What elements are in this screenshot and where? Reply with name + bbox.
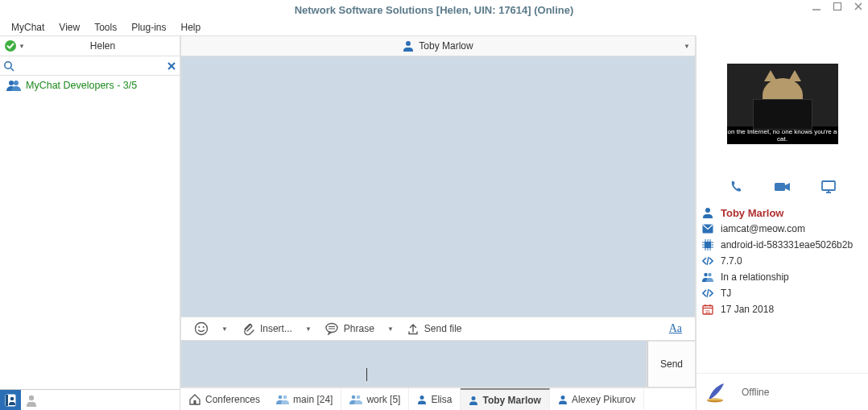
svg-point-14 <box>29 395 34 400</box>
minimize-button[interactable] <box>812 2 821 11</box>
info-code: TJ <box>721 288 731 299</box>
code-icon <box>701 255 714 267</box>
person-icon <box>701 206 714 219</box>
contact-group[interactable]: MyChat Developers - 3/5 <box>5 77 175 93</box>
info-list: Toby Marlow iamcat@meow.com android-id-5… <box>696 206 868 316</box>
svg-rect-22 <box>194 400 196 404</box>
message-input[interactable] <box>180 341 647 387</box>
quill-icon <box>705 381 727 404</box>
sidebar-bottom-tabs <box>0 389 180 410</box>
info-name: Toby Marlow <box>721 207 783 219</box>
svg-point-51 <box>708 273 711 276</box>
search-icon <box>3 60 14 72</box>
text-cursor-icon <box>366 368 367 381</box>
svg-point-29 <box>560 396 564 400</box>
presence-row: Offline <box>696 373 868 410</box>
close-button[interactable] <box>854 2 863 11</box>
tab-elisa[interactable]: Elisa <box>409 388 461 410</box>
svg-rect-31 <box>822 181 835 190</box>
format-button[interactable]: Aa <box>664 321 687 337</box>
info-device: android-id-583331eae5026b2b <box>721 239 853 251</box>
calendar-icon: 31 <box>701 303 714 316</box>
chat-messages-area[interactable] <box>180 56 696 317</box>
screen-button[interactable] <box>820 180 837 194</box>
contacts-list: MyChat Developers - 3/5 <box>0 76 180 389</box>
phrase-label: Phrase <box>344 323 374 334</box>
tab-conferences[interactable]: Conferences <box>180 388 268 410</box>
video-button[interactable] <box>774 180 792 193</box>
person-icon <box>403 40 414 52</box>
phrase-button[interactable]: Phrase <box>320 320 379 338</box>
svg-line-6 <box>11 68 14 71</box>
people-icon <box>701 271 714 284</box>
menu-help[interactable]: Help <box>175 20 208 35</box>
send-button[interactable]: Send <box>647 341 696 387</box>
svg-point-5 <box>5 61 11 68</box>
svg-point-19 <box>326 324 337 333</box>
code-icon <box>701 287 714 300</box>
compose-toolbar: ▼ Insert... ▼ Phrase ▼ Send file Aa <box>180 317 696 341</box>
tab-alexey[interactable]: Alexey Pikurov <box>550 388 644 410</box>
title-bar: Network Software Solutions [Helen, UIN: … <box>0 0 868 19</box>
chat-tabs: Conferences main [24] work [5] Elisa <box>180 387 696 410</box>
search-clear-icon[interactable] <box>167 61 176 71</box>
sendfile-label: Send file <box>424 323 462 334</box>
phrase-dropdown-icon[interactable]: ▼ <box>384 325 397 333</box>
status-dropdown-icon[interactable]: ▼ <box>18 43 26 50</box>
chat-header-dropdown-icon[interactable]: ▼ <box>684 43 690 50</box>
search-input[interactable] <box>16 59 163 73</box>
avatar-box: on the Internet, no one knows you're a c… <box>696 35 868 172</box>
group-icon <box>276 395 289 404</box>
sidebar-tab-person[interactable] <box>21 390 42 411</box>
info-panel: on the Internet, no one knows you're a c… <box>696 35 868 410</box>
call-button[interactable] <box>729 179 745 195</box>
info-device-row: android-id-583331eae5026b2b <box>701 238 863 251</box>
status-online-icon <box>3 39 18 53</box>
info-email-row[interactable]: iamcat@meow.com <box>701 222 863 235</box>
svg-rect-59 <box>708 399 722 400</box>
tab-label: main [24] <box>293 394 333 405</box>
svg-point-18 <box>203 326 205 328</box>
menu-plugins[interactable]: Plug-ins <box>125 20 172 35</box>
svg-line-49 <box>707 257 709 265</box>
menu-tools[interactable]: Tools <box>88 20 123 35</box>
maximize-button[interactable] <box>833 2 842 11</box>
tab-label: Alexey Pikurov <box>572 394 635 405</box>
svg-point-34 <box>705 208 710 213</box>
svg-point-28 <box>472 396 476 400</box>
svg-point-23 <box>279 395 283 399</box>
svg-point-9 <box>9 81 14 85</box>
tab-toby-marlow[interactable]: Toby Marlow <box>461 388 549 410</box>
contact-group-label: MyChat Developers - 3/5 <box>26 80 137 91</box>
svg-rect-30 <box>775 183 785 191</box>
comm-buttons <box>696 172 868 201</box>
person-icon <box>417 395 427 404</box>
tab-main[interactable]: main [24] <box>268 388 341 410</box>
insert-dropdown-icon[interactable]: ▼ <box>302 325 315 333</box>
info-version: 7.7.0 <box>721 255 742 267</box>
emoji-button[interactable] <box>189 320 213 338</box>
sendfile-button[interactable]: Send file <box>402 321 467 337</box>
svg-point-17 <box>198 326 200 328</box>
info-name-row: Toby Marlow <box>701 206 863 219</box>
svg-point-27 <box>420 396 424 400</box>
svg-point-25 <box>352 395 356 399</box>
menu-mychat[interactable]: MyChat <box>5 20 51 35</box>
status-row[interactable]: ▼ Helen <box>0 35 180 56</box>
svg-rect-1 <box>834 3 841 10</box>
status-name: Helen <box>26 40 180 52</box>
emoji-dropdown-icon[interactable]: ▼ <box>218 325 231 333</box>
tab-label: work [5] <box>366 394 400 405</box>
chat-header[interactable]: Toby Marlow ▼ <box>180 35 696 56</box>
menu-view[interactable]: View <box>52 20 86 35</box>
avatar-image[interactable]: on the Internet, no one knows you're a c… <box>727 64 838 144</box>
tab-work[interactable]: work [5] <box>341 388 409 410</box>
svg-point-50 <box>704 273 707 276</box>
person-icon <box>558 395 568 404</box>
tab-label: Elisa <box>431 394 452 405</box>
tab-label: Conferences <box>205 394 260 405</box>
attach-button[interactable]: Insert... <box>236 320 297 338</box>
info-date-row: 31 17 Jan 2018 <box>701 303 863 316</box>
sidebar-tab-contacts[interactable] <box>0 390 21 411</box>
insert-label: Insert... <box>260 323 292 334</box>
